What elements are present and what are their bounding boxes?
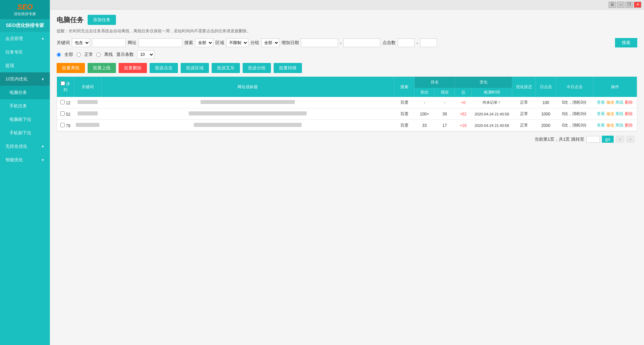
cell-status: 正常	[512, 108, 536, 120]
radio-normal-label[interactable]: 正常	[84, 51, 93, 58]
col-action: 操作	[593, 77, 637, 97]
cell-seq: 52	[57, 108, 74, 120]
action-edit-1[interactable]: 修改	[606, 111, 614, 116]
sidebar-item-smart-opt[interactable]: 智能优化 ▼	[0, 153, 50, 167]
cell-url	[101, 120, 394, 131]
cell-rank-now: 39	[435, 108, 455, 120]
sidebar-item-membership[interactable]: 会员管理 ▼	[0, 32, 50, 45]
display-count-label: 显示条数	[116, 51, 134, 58]
row-checkbox-1[interactable]	[60, 111, 65, 116]
col-daily-click: 日点击	[536, 77, 556, 97]
clicks-from-input[interactable]	[398, 38, 415, 47]
radio-normal[interactable]	[76, 53, 81, 57]
sidebar-brand: SEO优化快排专家	[0, 19, 50, 32]
batch-online-button[interactable]: 批量上线	[88, 63, 116, 73]
cell-status: 正常	[512, 120, 536, 131]
cell-keyword	[74, 120, 101, 131]
radio-all[interactable]	[57, 53, 61, 57]
row-checkbox-0[interactable]	[60, 100, 65, 104]
group-label: 分组	[250, 40, 259, 46]
action-view-1[interactable]: 查看	[597, 111, 605, 116]
batch-region-button[interactable]: 批设区域	[181, 63, 209, 73]
date-label: 增加日期	[281, 40, 299, 46]
chevron-down-icon: ▼	[41, 37, 44, 41]
cell-change-time: 尚未记录！	[472, 97, 512, 108]
radio-offline[interactable]	[96, 53, 101, 57]
prev-page-button[interactable]: «	[616, 136, 624, 143]
action-offline-2[interactable]: 离线	[615, 123, 623, 128]
region-label: 区域	[215, 40, 224, 46]
batch-delete-button[interactable]: 批量删除	[119, 63, 147, 73]
sidebar-item-mobile-task[interactable]: 手机任务	[0, 99, 50, 113]
task-table: 序列 关键词 网址或标题 搜索 排名 变化 优化状态 日点击 今日点击 操作 初…	[57, 76, 637, 132]
page-jump-input[interactable]	[586, 136, 600, 143]
date-to-input[interactable]	[343, 38, 380, 47]
cell-actions: 查看 修改 离线 删除	[593, 120, 637, 131]
action-delete-0[interactable]: 删除	[625, 100, 633, 105]
action-offline-1[interactable]: 离线	[615, 111, 623, 116]
batch-transfer-button[interactable]: 批量转移	[274, 63, 302, 73]
sidebar-logo: SEO 优化快排专家	[0, 0, 50, 19]
date-from-input[interactable]	[301, 38, 338, 47]
col-url-title: 网址或标题	[101, 77, 394, 97]
cell-change-time: 2020-04-24 21:40:58	[472, 108, 512, 120]
sidebar-item-pc-task[interactable]: 电脑任务	[0, 86, 50, 99]
sidebar-item-withdraw[interactable]: 提现	[0, 59, 50, 72]
batch-mutual-button[interactable]: 批设互斥	[212, 63, 240, 73]
go-button[interactable]: go	[602, 136, 613, 143]
keyword-contain-select[interactable]: 包含 等于 开头	[72, 38, 90, 47]
group-select[interactable]: 全部	[261, 38, 279, 47]
display-count-select[interactable]: 10 20 50 100	[137, 50, 154, 59]
col-rank-now: 现在	[435, 88, 455, 97]
row-checkbox-2[interactable]	[60, 123, 65, 127]
next-page-button[interactable]: »	[626, 136, 635, 143]
add-task-button[interactable]: 添加任务	[88, 15, 116, 25]
sidebar-item-no-rank[interactable]: 无排名优化 ▼	[0, 140, 50, 153]
region-select[interactable]: 不限制 全国 北京	[226, 38, 248, 47]
cell-actions: 查看 修改 离线 删除	[593, 108, 637, 120]
cell-daily-click: 100	[536, 97, 556, 108]
batch-offline-button[interactable]: 批量离线	[57, 63, 85, 73]
table-row: 12 百度 - - +0 尚未记录！ 正常 100 0次，消耗0分 查看 修改 …	[57, 97, 637, 108]
search-button[interactable]: 搜索	[615, 38, 637, 47]
col-seq: 序列	[57, 77, 74, 97]
keyword-input[interactable]	[92, 38, 126, 47]
url-label: 网址	[128, 40, 136, 46]
logo-seo-text: SEO	[3, 3, 47, 11]
url-input[interactable]	[139, 38, 182, 47]
cell-today-click: 0次，消耗0分	[556, 120, 593, 131]
radio-all-label[interactable]: 全部	[64, 51, 73, 58]
radio-offline-label[interactable]: 离线	[104, 51, 113, 58]
radio-row: 全部 正常 离线 显示条数 10 20 50 100	[57, 50, 637, 59]
batch-group-button[interactable]: 批设分组	[243, 63, 271, 73]
action-offline-0[interactable]: 离线	[615, 100, 623, 105]
action-view-2[interactable]: 查看	[597, 123, 605, 128]
menu-button[interactable]: ☰	[609, 2, 616, 8]
close-button[interactable]: ✕	[634, 2, 641, 8]
clicks-to-input[interactable]	[420, 38, 437, 47]
sidebar-item-10page[interactable]: 10页内优化 ▼	[0, 72, 50, 86]
batch-click-button[interactable]: 批设点击	[150, 63, 178, 73]
col-change-total: 总	[455, 88, 472, 97]
action-view-0[interactable]: 查看	[597, 100, 605, 105]
action-edit-0[interactable]: 修改	[606, 100, 614, 105]
action-edit-2[interactable]: 修改	[606, 123, 614, 128]
action-delete-1[interactable]: 删除	[625, 111, 633, 116]
logo-sub-text: 优化快排专家	[3, 11, 47, 16]
cell-rank-now: -	[435, 97, 455, 108]
restore-button[interactable]: ❐	[625, 2, 633, 8]
minimize-button[interactable]: ─	[617, 2, 624, 8]
sidebar-item-task-zone[interactable]: 任务专区	[0, 45, 50, 59]
col-change-group: 变化	[455, 77, 512, 88]
pagination-info: 当前第1页，共1页 跳转至	[534, 136, 584, 142]
chevron-down-icon: ▼	[41, 158, 44, 162]
sidebar-item-mobile-scroll[interactable]: 手机刷下拉	[0, 126, 50, 140]
notice-text: 提醒：长时间无点击任务系统会自动离线，离线任务仅保留一周，若短时间内不需要点击的…	[57, 28, 637, 34]
table-row: 79 百度 33 17 +16 2020-04-24 21:40:58 正常 2…	[57, 120, 637, 131]
col-status: 优化状态	[512, 77, 536, 97]
search-engine-select[interactable]: 全部 百度 360 搜狗	[195, 38, 213, 47]
pagination-row: 当前第1页，共1页 跳转至 go « »	[57, 132, 637, 147]
sidebar-item-pc-scroll[interactable]: 电脑刷下拉	[0, 113, 50, 126]
action-delete-2[interactable]: 删除	[625, 123, 633, 128]
select-all-checkbox[interactable]	[61, 81, 65, 85]
